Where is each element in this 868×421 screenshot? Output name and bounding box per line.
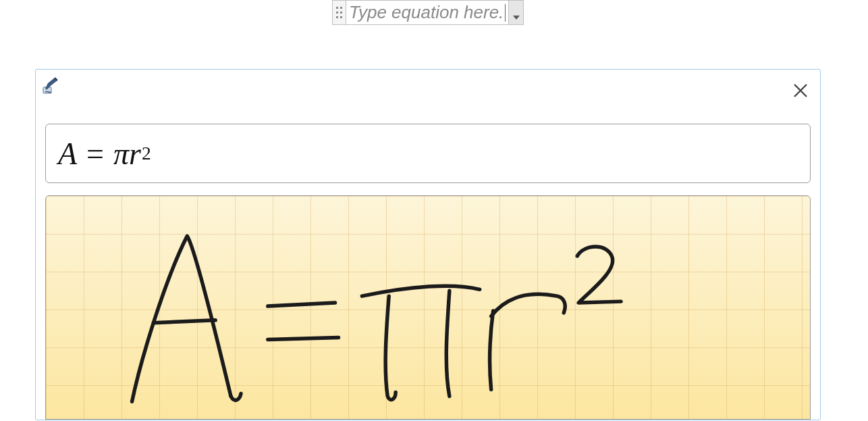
svg-rect-5	[340, 16, 342, 18]
ink-equation-panel: A = π r 2	[35, 69, 821, 420]
equation-placeholder-label: Type equation here.	[349, 2, 504, 23]
preview-pi: π	[113, 136, 129, 172]
svg-rect-3	[340, 11, 342, 14]
svg-marker-6	[513, 16, 520, 20]
preview-r: r	[129, 136, 141, 172]
equation-dropdown-button[interactable]	[508, 1, 523, 24]
preview-equals: =	[86, 136, 104, 172]
text-cursor	[505, 4, 506, 22]
svg-rect-1	[340, 7, 342, 9]
equation-placeholder-text[interactable]: Type equation here.	[346, 1, 508, 24]
svg-rect-0	[336, 7, 338, 9]
preview-A: A	[58, 136, 77, 172]
svg-rect-4	[336, 16, 338, 18]
equation-preview: A = π r 2	[58, 136, 151, 172]
svg-rect-2	[336, 11, 338, 14]
equation-preview-box: A = π r 2	[45, 124, 811, 183]
close-button[interactable]	[792, 82, 809, 99]
ink-pen-icon	[43, 76, 63, 94]
equation-drag-handle-icon[interactable]	[333, 1, 346, 24]
equation-placeholder-box[interactable]: Type equation here.	[332, 0, 524, 25]
preview-exponent: 2	[142, 143, 151, 164]
ink-writing-area[interactable]	[45, 195, 811, 420]
